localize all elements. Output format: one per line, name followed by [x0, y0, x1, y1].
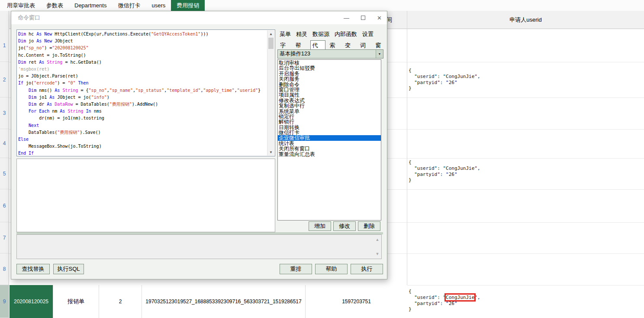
maximize-icon[interactable]	[361, 16, 365, 20]
row9-cell-sp-name[interactable]: 报销单	[53, 285, 99, 318]
code-editor[interactable]: Dim hc As New HttpClient(CExp(ur,Functio…	[16, 29, 275, 156]
app-screen: 用章审批表参数表Departments微信打卡users费用报销 间 申请人us…	[0, 0, 644, 318]
column-header-apply-time-partial[interactable]: 间	[386, 11, 395, 29]
bottom-right-button-group: 重排 帮助 执行	[280, 264, 383, 274]
list-item-关闭所有窗口[interactable]: 关闭所有窗口	[278, 146, 381, 151]
list-item-后台导出短驳费[interactable]: 后台导出短驳费	[278, 65, 381, 71]
table-tab-参数表[interactable]: 参数表	[41, 0, 69, 11]
bottom-left-button-group: 查找替换 执行SQL	[16, 264, 84, 274]
scrollbar-thumb[interactable]	[268, 38, 274, 49]
row-header-6[interactable]: 6	[0, 189, 9, 222]
table-tab-Departments[interactable]: Departments	[69, 0, 112, 11]
code-line: Else	[18, 136, 267, 143]
help-button[interactable]: 帮助	[315, 264, 348, 274]
find-replace-button[interactable]: 查找替换	[16, 264, 50, 274]
menu-item-菜单[interactable]: 菜单	[280, 30, 291, 38]
code-line: MessageBox.Show(jo.ToString)	[18, 143, 267, 150]
menu-item-精灵[interactable]: 精灵	[296, 30, 307, 38]
code-editor-scrollbar[interactable]: ▲ ▼	[267, 30, 274, 156]
add-button[interactable]: 增加	[309, 221, 331, 231]
code-line: For Each nm As String In nms	[18, 108, 267, 115]
code-line: hc.Content = jo.ToString()	[18, 52, 267, 59]
scroll-down-icon[interactable]: ▼	[374, 250, 381, 257]
code-content: Dim hc As New HttpClient(CExp(ur,Functio…	[18, 31, 267, 156]
userid-json-cell-row5[interactable]: { "userid": "CongJunJie", "partyid": "26…	[409, 159, 480, 183]
row-header-9[interactable]: 9	[0, 285, 9, 318]
dropdown-value: 基本操作123	[278, 50, 376, 58]
row9-cell-apply-time[interactable]: 1597203751	[305, 285, 407, 318]
row-header-8[interactable]: 8	[0, 253, 9, 285]
code-line: Dim jo1 As JObject = jo("info")	[18, 94, 267, 101]
code-line: End If	[18, 150, 267, 156]
table-tab-微信打卡[interactable]: 微信打卡	[112, 0, 146, 11]
code-line: Dim hc As New HttpClient(CExp(ur,Functio…	[18, 31, 267, 38]
code-line: Next	[18, 122, 267, 129]
scroll-down-icon[interactable]: ▼	[267, 149, 274, 156]
row9-cell-template-id[interactable]: 1970325123019527_1688853392309716_563303…	[142, 285, 305, 318]
row-column-divider	[9, 11, 9, 318]
list-item-关闭服务[interactable]: 关闭服务	[278, 76, 381, 81]
list-item-项目属性[interactable]: 项目属性	[278, 92, 381, 97]
chevron-down-icon[interactable]: ▼	[376, 50, 383, 58]
window-controls: — ✕	[344, 11, 382, 24]
menu-item-设置[interactable]: 设置	[362, 30, 374, 38]
list-item-复制选中行[interactable]: 复制选中行	[278, 103, 381, 108]
list-item-重量流向汇总表[interactable]: 重量流向汇总表	[278, 152, 381, 157]
table-tab-users[interactable]: users	[146, 0, 171, 11]
scroll-up-icon[interactable]: ▲	[267, 30, 274, 37]
list-item-解锁行[interactable]: 解锁行	[278, 119, 381, 124]
execute-button[interactable]: 执行	[351, 264, 383, 274]
dialog-title: 命令窗口	[18, 14, 40, 22]
delete-button[interactable]: 删除	[358, 221, 380, 231]
snippet-category-dropdown[interactable]: 基本操作123 ▼	[277, 49, 383, 58]
list-button-group: 增加 修改 删除	[309, 221, 380, 231]
menu-item-数据源[interactable]: 数据源	[312, 30, 329, 38]
code-line: If jo("errcode") = "0" Then	[18, 80, 267, 87]
code-line: DataTables("费用报销").Save()	[18, 129, 267, 136]
output-message-pane[interactable]: ▲ ▼	[16, 234, 382, 259]
column-divider	[407, 11, 407, 318]
table-tab-用章审批表[interactable]: 用章审批表	[1, 0, 41, 11]
list-item-企业微信审批[interactable]: 企业微信审批	[278, 135, 381, 140]
code-line: jo = JObject.Parse(ret)	[18, 73, 267, 80]
code-line: Dim nms() As String = {"sp_no","sp_name"…	[18, 87, 267, 94]
annotation-red-box: CongJunJie	[446, 295, 474, 300]
row-header-2[interactable]: 2	[0, 62, 9, 97]
code-line: 'msgbox(ret)	[18, 66, 267, 73]
menu-item-内部函数[interactable]: 内部函数	[335, 30, 357, 38]
row-header-4[interactable]: 4	[0, 129, 9, 158]
code-line: dr(nm) = jo1(nm).tostring	[18, 115, 267, 122]
userid-json-cell-row9[interactable]: { "userid": "CongJunJie", "partyid": "26…	[409, 289, 480, 312]
menu-row-1: 菜单精灵数据源内部函数设置	[280, 30, 374, 38]
row-header-3[interactable]: 3	[0, 97, 9, 129]
scroll-up-icon[interactable]: ▲	[374, 236, 381, 243]
row-header-1[interactable]: 1	[0, 29, 9, 62]
code-line: jo("sp_no") ="202008120025"	[18, 45, 267, 52]
row9-cell-sp-status[interactable]: 2	[99, 285, 142, 318]
row-header-5[interactable]: 5	[0, 158, 9, 189]
minimize-icon[interactable]: —	[344, 15, 349, 21]
code-line: Dim jo As New JObject	[18, 38, 267, 45]
code-line: Dim ret As String = hc.GetData()	[18, 59, 267, 66]
modify-button[interactable]: 修改	[333, 221, 356, 231]
command-window-dialog: 命令窗口 — ✕ Dim hc As New HttpClient(CExp(u…	[11, 11, 387, 279]
row-header-7[interactable]: 7	[0, 222, 9, 253]
row9-cell-sp-no[interactable]: 202008120025	[10, 285, 53, 318]
dialog-title-bar[interactable]: 命令窗口	[11, 11, 387, 24]
table-tab-bar: 用章审批表参数表Departments微信打卡users费用报销	[0, 0, 644, 11]
close-icon[interactable]: ✕	[377, 15, 382, 21]
secondary-code-pane[interactable]	[16, 159, 275, 232]
column-header-userid[interactable]: 申请人userid	[407, 11, 644, 29]
row-number-column: 123456789	[0, 11, 9, 318]
execute-sql-button[interactable]: 执行SQL	[53, 264, 84, 274]
userid-json-cell-row2[interactable]: { "userid": "CongJunJie", "partyid": "26…	[409, 68, 480, 91]
table-tab-费用报销[interactable]: 费用报销	[171, 0, 205, 11]
rearrange-button[interactable]: 重排	[280, 264, 312, 274]
code-line: Dim dr As DataRow = DataTables("费用报销").A…	[18, 101, 267, 108]
snippet-list: 取消审核后台导出短驳费开启服务关闭服务删除命令窗口管理项目属性修改表达式复制选中…	[277, 59, 381, 221]
